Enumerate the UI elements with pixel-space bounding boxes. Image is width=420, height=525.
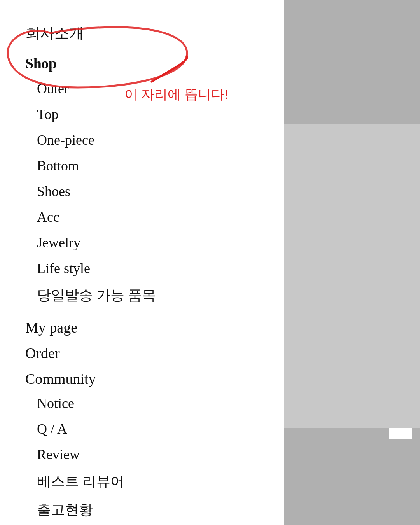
- nav-sub-notice[interactable]: Notice: [25, 390, 284, 416]
- nav-community[interactable]: Community: [25, 365, 284, 390]
- nav-shop[interactable]: Shop: [25, 51, 284, 76]
- nav-sub-acc[interactable]: Acc: [25, 204, 284, 230]
- nav-sub-top[interactable]: Top: [25, 102, 284, 127]
- side-panel-content: [284, 124, 420, 428]
- nav-mypage[interactable]: My page: [25, 313, 284, 339]
- nav-sub-onepiece[interactable]: One-piece: [25, 127, 284, 153]
- nav-order[interactable]: Order: [25, 339, 284, 365]
- main-panel: 회사소개 Shop Outer Top One-piece Bottom Sho…: [0, 0, 284, 525]
- annotation-text: 이 자리에 뜹니다!: [124, 86, 228, 103]
- nav-sub-shoes[interactable]: Shoes: [25, 178, 284, 204]
- nav-sub-review[interactable]: Review: [25, 442, 284, 467]
- side-panel: [284, 0, 420, 525]
- nav-sub-bottom[interactable]: Bottom: [25, 153, 284, 178]
- nav-sub-best-review[interactable]: 베스트 리뷰어: [25, 467, 284, 496]
- nav-sub-lifestyle[interactable]: Life style: [25, 256, 284, 281]
- side-input[interactable]: [389, 428, 412, 439]
- nav-sub-shipping-status[interactable]: 출고현황: [25, 496, 284, 524]
- nav-company[interactable]: 회사소개: [25, 19, 284, 47]
- nav-sub-jewelry[interactable]: Jewelry: [25, 230, 284, 256]
- nav-sub-qa[interactable]: Q / A: [25, 416, 284, 442]
- nav-sub-sameday[interactable]: 당일발송 가능 품목: [25, 281, 284, 310]
